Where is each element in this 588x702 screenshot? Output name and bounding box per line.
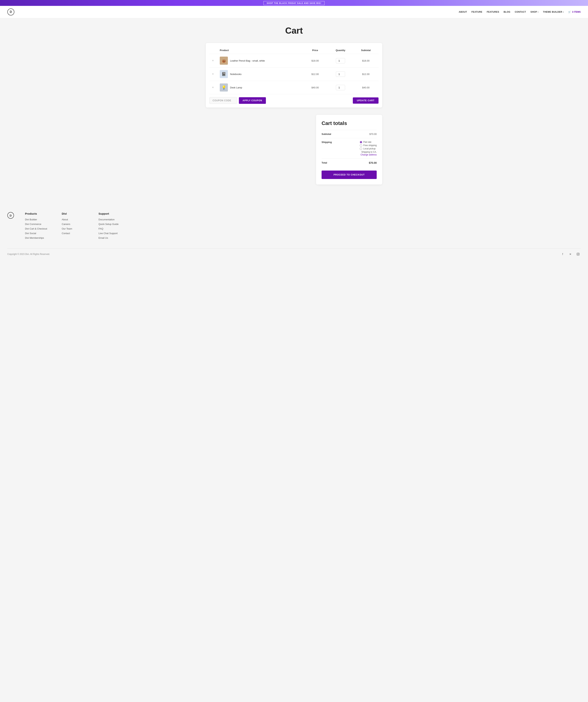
nav-shop[interactable]: SHOP — [531, 11, 539, 13]
cart-count: 3 ITEMS — [572, 11, 581, 13]
svg-point-2 — [579, 253, 579, 254]
footer-products-heading: Products — [25, 212, 51, 215]
banner-text: SHOP THE BLACK FRIDAY SALE AND SAVE BIG! — [263, 1, 325, 5]
product-cell: 📓 Notebooks — [220, 70, 301, 78]
social-icons: f ✕ — [560, 252, 581, 257]
total-label: Total — [322, 161, 327, 164]
shipping-local-label: Local pickup — [363, 147, 376, 150]
footer-link[interactable]: Divi Cart & Checkout — [25, 227, 51, 230]
product-name: Notebooks — [230, 73, 241, 76]
footer-link[interactable]: Careers — [62, 223, 88, 226]
qty-input[interactable] — [336, 72, 345, 77]
col-price-header: Price — [303, 47, 328, 54]
subtotal-row: Subtotal $70.00 — [322, 130, 377, 138]
remove-item-button[interactable]: × — [211, 86, 214, 89]
header: D ABOUT FEATURE FEATURES BLOG CONTACT SH… — [0, 6, 588, 18]
qty-cell — [328, 68, 353, 81]
footer-link[interactable]: About — [62, 218, 88, 221]
coupon-input[interactable] — [210, 97, 237, 104]
shipping-local-radio[interactable] — [360, 147, 362, 150]
col-remove-header — [210, 47, 218, 54]
nav-contact[interactable]: CONTACT — [515, 11, 526, 13]
apply-coupon-button[interactable]: APPLY COUPON — [239, 97, 266, 104]
footer-link[interactable]: FAQ — [99, 227, 124, 230]
shipping-free-label: Free shipping — [363, 144, 377, 147]
table-row: × 📓 Notebooks $12.00 $12.00 — [210, 68, 378, 81]
svg-rect-0 — [577, 253, 579, 255]
footer-link[interactable]: Divi Builder — [25, 218, 51, 221]
footer-link[interactable]: Live Chat Support — [99, 232, 124, 235]
checkout-button[interactable]: PROCEED TO CHECKOUT — [322, 170, 377, 179]
footer-link[interactable]: Divi Social — [25, 232, 51, 235]
col-qty-header: Quantity — [328, 47, 353, 54]
subtotal-label: Subtotal — [322, 133, 331, 135]
qty-cell — [328, 81, 353, 94]
coupon-area: APPLY COUPON — [210, 97, 266, 104]
subtotal-cell: $40.00 — [353, 81, 378, 94]
cart-nav[interactable]: 🛒 3 ITEMS — [568, 11, 581, 13]
shipping-local[interactable]: Local pickup — [360, 147, 377, 150]
nav-features[interactable]: FEATURES — [487, 11, 499, 13]
nav-theme-builder[interactable]: THEME BUILDER — [543, 11, 564, 13]
footer-logo: D — [7, 212, 14, 219]
footer-top: D Products Divi BuilderDivi CommerceDivi… — [7, 212, 581, 241]
footer-link[interactable]: Email Us — [99, 237, 124, 239]
top-banner: SHOP THE BLACK FRIDAY SALE AND SAVE BIG! — [0, 0, 588, 6]
remove-item-button[interactable]: × — [211, 73, 214, 76]
product-thumbnail: 💡 — [220, 84, 228, 92]
footer-products-col: Products Divi BuilderDivi CommerceDivi C… — [25, 212, 51, 241]
shipping-flat-rate-radio[interactable] — [360, 141, 362, 143]
product-cell: 👜 Leather Pencil Bag - small, white — [220, 56, 301, 65]
cart-table: Product Price Quantity Subtotal × 👜 Leat… — [210, 47, 378, 94]
qty-input[interactable] — [336, 58, 345, 64]
main-nav: ABOUT FEATURE FEATURES BLOG CONTACT SHOP… — [459, 11, 581, 13]
product-cell: 💡 Desk Lamp — [220, 84, 301, 92]
subtotal-value: $70.00 — [369, 133, 377, 135]
shipping-free[interactable]: Free shipping — [360, 144, 377, 147]
product-name: Leather Pencil Bag - small, white — [230, 60, 265, 62]
update-cart-button[interactable]: UPDATE CART — [353, 97, 378, 104]
remove-item-button[interactable]: × — [211, 59, 214, 62]
qty-input[interactable] — [336, 85, 345, 90]
footer-support-col: Support DocumentationQuick Setup GuideFA… — [99, 212, 124, 241]
nav-feature[interactable]: FEATURE — [471, 11, 482, 13]
shipping-flat-rate[interactable]: Flat rate — [360, 141, 377, 143]
shipping-free-radio[interactable] — [360, 144, 362, 147]
shipping-note: Shipping to CA. — [360, 151, 377, 153]
twitter-icon[interactable]: ✕ — [568, 252, 573, 257]
footer-support-heading: Support — [99, 212, 124, 215]
total-row: Total $70.00 — [322, 158, 377, 167]
nav-about[interactable]: ABOUT — [459, 11, 467, 13]
product-name: Desk Lamp — [230, 86, 242, 89]
main-content: Cart Product Price Quantity Subtotal × 👜… — [202, 18, 386, 203]
footer-link[interactable]: Divi Memberships — [25, 237, 51, 239]
copyright: Copyright © 2023 Divi. All Rights Reserv… — [7, 253, 50, 255]
footer-link[interactable]: Contact — [62, 232, 88, 235]
product-thumbnail: 📓 — [220, 70, 228, 78]
shipping-options: Flat rate Free shipping Local pickup Shi… — [360, 141, 377, 156]
price-cell: $12.00 — [303, 68, 328, 81]
footer-link[interactable]: Divi Commerce — [25, 223, 51, 226]
footer-bottom: Copyright © 2023 Divi. All Rights Reserv… — [7, 248, 581, 257]
shipping-label: Shipping — [322, 141, 332, 143]
footer-link[interactable]: Documentation — [99, 218, 124, 221]
footer-divi-heading: Divi — [62, 212, 88, 215]
footer-link[interactable]: Quick Setup Guide — [99, 223, 124, 226]
total-value: $70.00 — [369, 161, 377, 164]
change-address-link[interactable]: Change address — [360, 153, 377, 156]
subtotal-cell: $12.00 — [353, 68, 378, 81]
footer-divi-col: Divi AboutCareersOur TeamContact — [62, 212, 88, 241]
nav-blog[interactable]: BLOG — [504, 11, 510, 13]
col-product-header: Product — [218, 47, 303, 54]
svg-point-1 — [578, 254, 578, 254]
cart-icon: 🛒 — [568, 11, 571, 13]
facebook-icon[interactable]: f — [560, 252, 565, 257]
footer-link[interactable]: Our Team — [62, 227, 88, 230]
cart-actions: APPLY COUPON UPDATE CART — [210, 97, 378, 104]
logo[interactable]: D — [7, 8, 14, 15]
cart-table-wrapper: Product Price Quantity Subtotal × 👜 Leat… — [206, 43, 382, 108]
qty-cell — [328, 54, 353, 68]
subtotal-cell: $18.00 — [353, 54, 378, 68]
footer: D Products Divi BuilderDivi CommerceDivi… — [0, 203, 588, 260]
instagram-icon[interactable] — [576, 252, 581, 257]
